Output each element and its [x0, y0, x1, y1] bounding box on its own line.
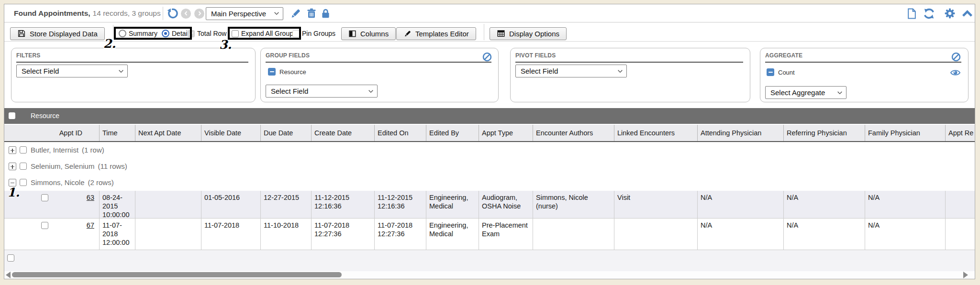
group-row-selenium: Selenium, Selenium(11 rows) — [4, 158, 975, 175]
perspective-select[interactable]: Main Perspective — [206, 4, 283, 22]
cell-visible-date: 01-05-2016 — [201, 191, 261, 218]
clear-group-fields-icon[interactable] — [482, 52, 492, 62]
column-header-edited-on[interactable]: Edited On — [375, 125, 426, 141]
cell-edited-by: Engineering, Medical — [426, 219, 479, 250]
pivot-fields-select[interactable]: Select Field — [515, 65, 627, 77]
cell-attending-physician: N/A — [698, 219, 784, 250]
aggregate-title: AGGREGATE — [765, 52, 802, 59]
column-header-create-date[interactable]: Create Date — [312, 125, 375, 141]
cell-appt-type: Pre-Placement Exam — [479, 219, 533, 250]
column-header-edited-by[interactable]: Edited By — [426, 125, 479, 141]
pivot-fields-panel: PIVOT FIELDS Select Field — [510, 48, 750, 102]
cell-linked-encounters: Visit — [614, 191, 698, 218]
cell-encounter-authors — [533, 219, 614, 250]
cell-appt-re — [946, 219, 975, 250]
cell-create-date: 11-07-2018 12:27:36 — [312, 219, 375, 250]
cell-family-physician: N/A — [865, 219, 946, 250]
cell-next-apt-date — [135, 191, 201, 218]
group-count: (1 row) — [82, 146, 104, 154]
column-header-time[interactable]: Time — [100, 125, 135, 141]
group-header-bar: Resource — [4, 108, 975, 124]
group-row-simmons: Simmons, Nicole(2 rows) — [4, 175, 975, 191]
undo-button[interactable] — [166, 4, 178, 22]
cell-visible-date: 11-07-2018 — [201, 219, 261, 250]
cell-edited-on: 11-07-2018 12:27:36 — [375, 219, 426, 250]
row-checkbox[interactable] — [41, 194, 48, 201]
group-checkbox[interactable] — [20, 163, 27, 170]
page-title-text: Found Appointments, — [14, 9, 90, 18]
aggregate-select[interactable]: Select Aggregate — [765, 86, 846, 99]
remove-chip-icon[interactable] — [767, 68, 774, 76]
cell-next-apt-date — [135, 219, 201, 250]
aggregate-chip-count[interactable]: Count — [767, 68, 795, 76]
column-header-due-date[interactable]: Due Date — [261, 125, 312, 141]
group-checkbox[interactable] — [20, 179, 27, 186]
scroll-right-arrow[interactable] — [963, 272, 968, 278]
column-header-referring-physician[interactable]: Referring Physician — [784, 125, 865, 141]
record-count: 14 records, 3 groups — [93, 9, 161, 18]
store-displayed-data-button[interactable]: Store Displayed Data — [10, 27, 105, 40]
filters-field-select[interactable]: Select Field — [16, 65, 128, 77]
appt-id-link[interactable]: 67 — [4, 219, 99, 230]
lock-icon — [320, 8, 331, 19]
expand-group-icon[interactable] — [9, 146, 16, 154]
table-row: 67 11-07-2018 12:00:00 11-07-2018 11-10-… — [4, 219, 975, 250]
column-header-appt-id[interactable]: Appt ID — [4, 125, 100, 141]
edit-perspective-button[interactable] — [290, 4, 301, 22]
annotation-number-2: 2. — [103, 38, 116, 50]
column-header-family-physician[interactable]: Family Physician — [865, 125, 946, 141]
query-panels: FILTERS Select Field GROUP FIELDS Resour… — [4, 42, 975, 108]
column-header-linked-encounters[interactable]: Linked Encounters — [614, 125, 698, 141]
group-count: (11 rows) — [98, 162, 127, 170]
history-back-button[interactable] — [181, 4, 191, 22]
top-bar: Found Appointments, 14 records, 3 groups… — [4, 4, 975, 22]
templates-editor-button[interactable]: Templates Editor — [396, 27, 476, 40]
select-all-checkbox[interactable] — [9, 112, 15, 119]
group-label: Selenium, Selenium — [31, 162, 94, 170]
expand-group-icon[interactable] — [9, 163, 16, 170]
scrollbar-thumb[interactable] — [12, 272, 342, 277]
column-header-encounter-authors[interactable]: Encounter Authors — [533, 125, 614, 141]
collapse-panel-button[interactable] — [961, 4, 973, 22]
group-fields-panel: GROUP FIELDS Resource Select Field — [260, 48, 499, 102]
clear-aggregate-icon[interactable] — [951, 52, 961, 62]
delete-perspective-button[interactable] — [306, 4, 317, 22]
display-options-button[interactable]: Display Options — [490, 27, 567, 40]
divider — [484, 24, 484, 40]
remove-chip-icon[interactable] — [268, 68, 276, 76]
row-checkbox[interactable] — [41, 222, 48, 229]
refresh-button[interactable] — [923, 4, 935, 22]
file-icon — [906, 8, 918, 20]
columns-button[interactable]: Columns — [341, 27, 396, 40]
column-header-visible-date[interactable]: Visible Date — [201, 125, 261, 141]
visibility-eye-icon[interactable] — [950, 68, 961, 77]
undo-icon — [166, 7, 178, 20]
column-header-appt-re[interactable]: Appt Re — [946, 125, 975, 141]
footer-checkbox[interactable] — [7, 254, 14, 262]
cell-due-date: 12-27-2015 — [261, 191, 312, 218]
settings-button[interactable] — [944, 4, 956, 22]
column-header-next-apt-date[interactable]: Next Apt Date — [135, 125, 201, 141]
group-field-chip-resource[interactable]: Resource — [268, 68, 306, 76]
pencil-icon — [403, 30, 412, 38]
chevron-up-icon — [961, 8, 973, 20]
group-fields-select[interactable]: Select Field — [266, 85, 378, 98]
horizontal-scrollbar[interactable] — [4, 271, 975, 279]
cell-referring-physician: N/A — [784, 191, 865, 218]
table-icon — [497, 29, 505, 38]
column-header-row: Appt ID Time Next Apt Date Visible Date … — [4, 124, 975, 142]
divider — [16, 62, 248, 63]
column-header-appt-type[interactable]: Appt Type — [479, 125, 533, 141]
new-document-button[interactable] — [906, 4, 918, 22]
cell-appt-re — [946, 191, 975, 218]
chevron-right-icon — [197, 11, 202, 16]
column-header-attending-physician[interactable]: Attending Physician — [698, 125, 784, 141]
divider — [515, 62, 743, 63]
chevron-down-icon — [837, 90, 843, 95]
pivot-fields-title: PIVOT FIELDS — [515, 52, 556, 59]
history-forward-button[interactable] — [194, 4, 204, 22]
lock-perspective-button[interactable] — [320, 4, 331, 22]
scroll-left-arrow[interactable] — [6, 272, 11, 278]
group-checkbox[interactable] — [20, 146, 27, 153]
group-bar-label: Resource — [31, 112, 59, 120]
